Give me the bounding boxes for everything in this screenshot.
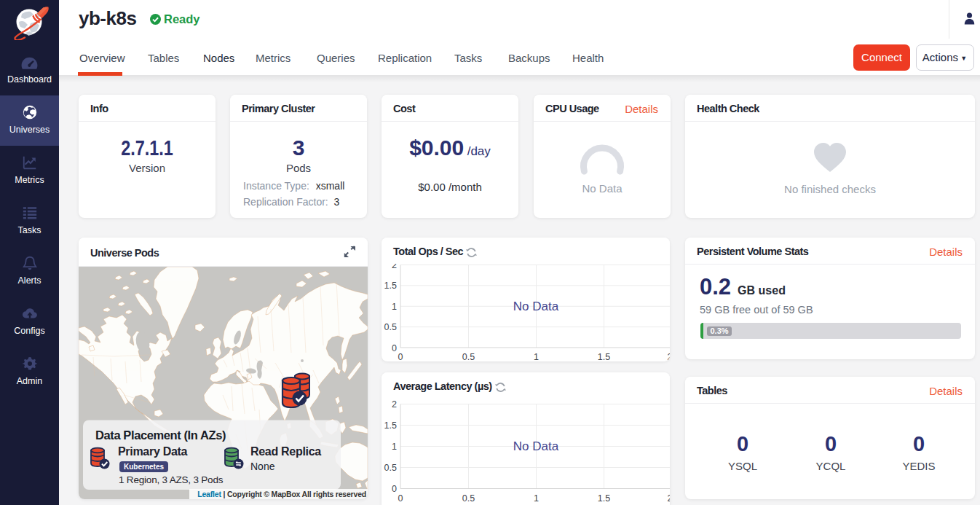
svg-text:Data Placement (In AZs): Data Placement (In AZs) — [95, 428, 226, 442]
svg-text:2: 2 — [392, 399, 397, 410]
svg-text:1: 1 — [534, 493, 539, 504]
svg-text:1.5: 1.5 — [598, 352, 610, 361]
svg-text:0.5: 0.5 — [462, 493, 475, 504]
svg-text:1.5: 1.5 — [384, 281, 397, 291]
svg-text:1.5: 1.5 — [384, 420, 397, 431]
svg-text:1: 1 — [392, 442, 397, 452]
svg-text:No Data: No Data — [582, 182, 623, 195]
svg-text:1.5: 1.5 — [598, 493, 610, 504]
svg-text:1: 1 — [392, 302, 397, 312]
svg-text:No Data: No Data — [513, 300, 559, 313]
svg-text:0: 0 — [392, 343, 397, 353]
svg-text:0.5: 0.5 — [462, 352, 475, 361]
svg-text:0: 0 — [392, 484, 397, 494]
svg-text:0: 0 — [398, 352, 403, 361]
svg-text:1: 1 — [534, 352, 539, 361]
svg-text:0.5: 0.5 — [384, 463, 397, 473]
svg-text:0.5: 0.5 — [384, 322, 397, 332]
svg-text:2: 2 — [668, 352, 670, 361]
svg-text:0: 0 — [398, 493, 403, 504]
svg-text:No Data: No Data — [513, 439, 559, 453]
svg-text:2: 2 — [668, 493, 670, 504]
